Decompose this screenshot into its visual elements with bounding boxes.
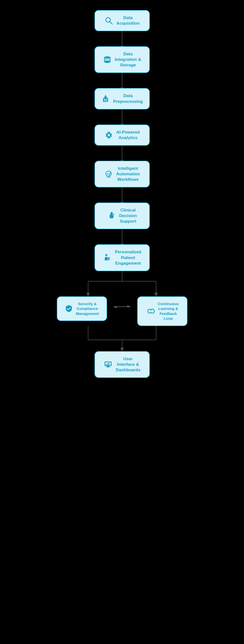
svg-rect-38	[106, 367, 110, 367]
node-ai-analytics-label: AI-Powered Analytics	[116, 130, 140, 141]
connector-1	[122, 31, 122, 46]
node-data-acquisition-label: Data Acquisition	[116, 15, 140, 26]
svg-point-14	[110, 172, 111, 174]
node-intelligent-automation: Intelligent Automation Workflows	[94, 161, 150, 187]
node-continuous-learning: Continuous Learning & Feedback Loop	[137, 296, 187, 326]
connector-6	[122, 229, 122, 244]
node-clinical-decision-label: Clinical Decision Support	[119, 208, 137, 224]
node-clinical-decision: Clinical Decision Support	[94, 203, 150, 229]
svg-rect-41	[109, 363, 109, 365]
node-data-acquisition: Data Acquisition	[94, 10, 150, 31]
robot-icon	[101, 94, 110, 103]
split-row: Security & Compliance Management	[52, 296, 192, 326]
svg-rect-7	[104, 96, 107, 98]
svg-point-2	[104, 56, 110, 58]
merge-svg	[52, 326, 192, 351]
connector-5	[122, 187, 122, 203]
node-data-preprocessing: Data Preprocessing	[94, 88, 150, 109]
node-security-compliance: Security & Compliance Management	[57, 296, 107, 321]
svg-marker-25	[154, 293, 158, 296]
node-data-integration: Data Integration & Storage	[94, 46, 150, 73]
svg-point-13	[108, 134, 110, 136]
gear-icon	[104, 131, 113, 140]
svg-line-1	[110, 22, 112, 24]
node-intelligent-automation-label: Intelligent Automation Workflows	[116, 166, 140, 182]
svg-point-19	[105, 254, 107, 256]
node-personalized-patient: Personalized Patient Engagement	[94, 244, 150, 271]
node-personalized-patient-label: Personalized Patient Engagement	[115, 249, 141, 266]
node-user-interface-label: User Interface & Dashboards	[116, 356, 140, 373]
doctor-icon	[107, 211, 116, 220]
search-icon	[104, 16, 113, 25]
svg-point-5	[104, 61, 110, 63]
monitor-icon	[104, 360, 113, 369]
svg-rect-37	[107, 366, 109, 367]
connector-3	[122, 109, 122, 125]
merge-connector	[52, 326, 192, 351]
connector-2	[122, 73, 122, 88]
diagram-container: Data Acquisition Data Integration & Stor…	[47, 0, 198, 388]
node-ai-analytics: AI-Powered Analytics	[94, 125, 150, 146]
infinity-icon	[146, 307, 155, 316]
svg-marker-23	[86, 293, 90, 296]
svg-rect-39	[106, 364, 107, 365]
patient-icon	[103, 253, 112, 262]
svg-point-8	[104, 99, 105, 100]
brain-icon	[104, 170, 113, 179]
node-data-preprocessing-label: Data Preprocessing	[113, 93, 143, 104]
svg-rect-10	[104, 100, 107, 101]
shield-icon	[65, 305, 73, 313]
svg-marker-34	[120, 348, 124, 351]
svg-point-9	[106, 99, 107, 100]
branch-connector	[52, 271, 192, 296]
node-continuous-learning-label: Continuous Learning & Feedback Loop	[158, 301, 179, 321]
svg-rect-6	[103, 98, 108, 102]
svg-rect-40	[107, 363, 108, 365]
branch-svg	[52, 271, 192, 296]
node-security-compliance-label: Security & Compliance Management	[76, 301, 99, 316]
connector-4	[122, 146, 122, 161]
node-data-integration-label: Data Integration & Storage	[115, 51, 141, 68]
svg-point-12	[105, 95, 106, 96]
node-user-interface: User Interface & Dashboards	[94, 351, 150, 378]
database-icon	[103, 55, 112, 64]
horizontal-arrow-svg	[112, 304, 132, 309]
